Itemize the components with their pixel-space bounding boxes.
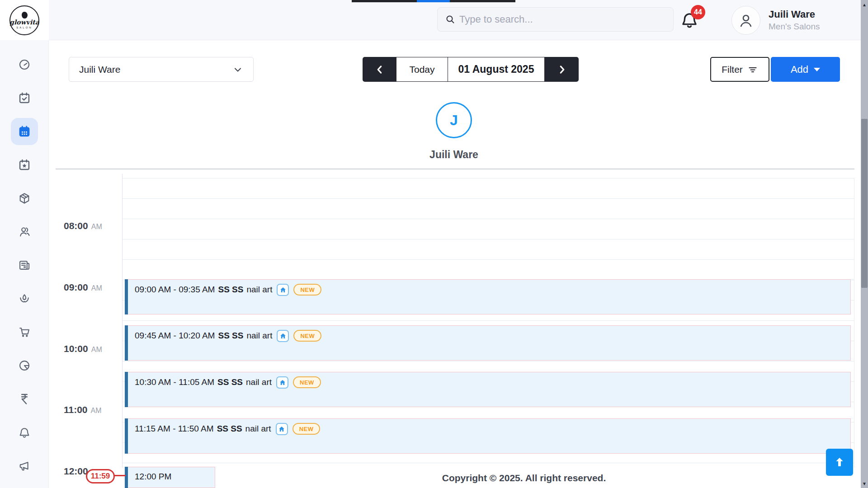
event-client: SS SS xyxy=(218,331,243,341)
lotus-icon xyxy=(18,292,31,305)
filter-button[interactable]: Filter xyxy=(710,57,769,82)
appointment-card[interactable]: 09:45 AM - 10:20 AM SS SS nail art NEW xyxy=(125,325,851,361)
logo-brand-text: glowvita xyxy=(9,19,39,25)
filter-label: Filter xyxy=(722,64,743,75)
header-divider xyxy=(56,169,854,169)
appointment-card[interactable]: 09:00 AM - 09:35 AM SS SS nail art NEW xyxy=(125,279,851,314)
sidebar-item-orders[interactable] xyxy=(11,319,38,346)
global-search xyxy=(437,7,674,32)
new-status-badge: NEW xyxy=(293,330,321,342)
sidebar-nav xyxy=(0,40,49,488)
rupee-icon xyxy=(18,393,31,405)
bell-icon xyxy=(18,426,31,439)
event-accent-bar xyxy=(125,467,128,488)
event-client: SS SS xyxy=(218,285,243,295)
page-load-progressbar xyxy=(352,0,515,2)
event-time-range: 09:00 AM - 09:35 AM xyxy=(135,285,215,295)
progressbar-fill xyxy=(417,0,450,2)
today-button[interactable]: Today xyxy=(396,57,448,82)
sidebar-item-payments[interactable] xyxy=(11,385,38,413)
person-icon xyxy=(737,11,755,29)
hour-label-0900: 09:00 AM xyxy=(64,282,102,293)
event-client: SS SS xyxy=(217,424,242,434)
sidebar-item-analytics[interactable] xyxy=(11,352,38,379)
search-icon xyxy=(445,14,456,25)
event-client: SS SS xyxy=(217,377,243,387)
sidebar-item-notifications[interactable] xyxy=(11,419,38,446)
calendar-star-icon xyxy=(18,159,31,171)
chevron-left-icon xyxy=(374,64,386,75)
event-time-range: 09:45 AM - 10:20 AM xyxy=(135,331,215,341)
event-service: nail art xyxy=(246,331,272,341)
appointment-card[interactable]: 10:30 AM - 11:05 AM SS SS nail art NEW xyxy=(125,372,851,407)
sidebar-item-customers[interactable] xyxy=(11,218,38,245)
add-button[interactable]: Add xyxy=(771,57,840,82)
sidebar-item-packages[interactable] xyxy=(11,185,38,212)
logo-circle: glowvita SALON xyxy=(9,5,39,35)
cart-icon xyxy=(18,326,31,338)
current-time-indicator: 11:59 xyxy=(86,469,115,483)
staff-select-value: Juili Ware xyxy=(79,64,120,75)
scrollbar-thumb[interactable] xyxy=(861,119,868,288)
sidebar-item-appointments[interactable] xyxy=(11,84,38,112)
package-icon xyxy=(18,192,31,205)
pie-chart-icon xyxy=(18,359,31,372)
user-role: Men's Salons xyxy=(769,21,820,33)
arrow-up-icon xyxy=(833,456,846,469)
scrollbar-down-arrow[interactable]: ▼ xyxy=(861,480,868,487)
scrollbar-up-arrow[interactable]: ▲ xyxy=(861,1,868,8)
current-date-label[interactable]: 01 August 2025 xyxy=(448,57,545,82)
date-navigation: Today 01 August 2025 xyxy=(363,57,579,82)
chevron-down-icon xyxy=(232,64,243,75)
event-accent-bar xyxy=(125,372,128,407)
new-status-badge: NEW xyxy=(293,284,321,296)
user-name: Juili Ware xyxy=(769,8,820,21)
next-day-button[interactable] xyxy=(545,57,579,82)
home-service-icon xyxy=(276,423,288,435)
new-status-badge: NEW xyxy=(293,376,321,388)
hour-label-1000: 10:00 AM xyxy=(64,343,102,354)
sidebar-item-calendar[interactable] xyxy=(11,118,38,145)
sidebar-item-reports[interactable] xyxy=(11,252,38,279)
appointment-card[interactable]: 11:15 AM - 11:50 AM SS SS nail art NEW xyxy=(125,418,851,454)
chevron-right-icon xyxy=(556,64,568,75)
newspaper-icon xyxy=(18,259,31,272)
brand-logo: glowvita SALON xyxy=(0,0,49,40)
copyright-text: Copyright © 2025. All right reserved. xyxy=(442,473,606,483)
logo-figure-icon xyxy=(22,12,28,19)
notification-count-badge: 44 xyxy=(691,5,705,19)
calendar-grid-icon xyxy=(18,125,31,138)
user-menu[interactable]: Juili Ware Men's Salons xyxy=(731,6,820,35)
caret-down-icon xyxy=(814,68,820,71)
staff-column-avatar: J xyxy=(436,102,472,138)
event-time-range: 10:30 AM - 11:05 AM xyxy=(135,377,214,387)
notifications-button[interactable]: 44 xyxy=(680,10,701,31)
event-accent-bar xyxy=(125,418,128,454)
users-icon xyxy=(18,225,31,238)
filter-lines-icon xyxy=(747,64,758,75)
event-start-label: 12:00 PM xyxy=(135,472,171,482)
add-label: Add xyxy=(791,64,808,75)
scroll-to-top-button[interactable] xyxy=(826,449,853,476)
gauge-icon xyxy=(18,58,31,71)
topbar: glowvita SALON 44 Juili Ware Men's Salon… xyxy=(0,0,861,40)
event-time-range: 11:15 AM - 11:50 AM xyxy=(135,424,214,434)
sidebar-item-dashboard[interactable] xyxy=(11,51,38,78)
logo-subtitle: SALON xyxy=(16,26,32,29)
hour-label-0800: 08:00 AM xyxy=(64,221,102,231)
sidebar-item-services[interactable] xyxy=(11,285,38,312)
new-status-badge: NEW xyxy=(292,423,321,435)
appointment-card-partial[interactable]: 12:00 PM xyxy=(125,467,215,488)
sidebar-item-events[interactable] xyxy=(11,151,38,178)
page-scrollbar: ▲ ▼ xyxy=(861,0,868,488)
prev-day-button[interactable] xyxy=(363,57,396,82)
sidebar-item-marketing[interactable] xyxy=(11,452,38,479)
megaphone-icon xyxy=(18,460,31,472)
home-service-icon xyxy=(277,284,289,296)
main-content: Juili Ware Today 01 August 2025 Filter A… xyxy=(49,40,861,488)
user-avatar xyxy=(731,6,760,35)
search-input[interactable] xyxy=(459,14,666,25)
event-service: nail art xyxy=(245,424,271,434)
staff-select[interactable]: Juili Ware xyxy=(69,57,254,82)
home-service-icon xyxy=(277,330,289,342)
